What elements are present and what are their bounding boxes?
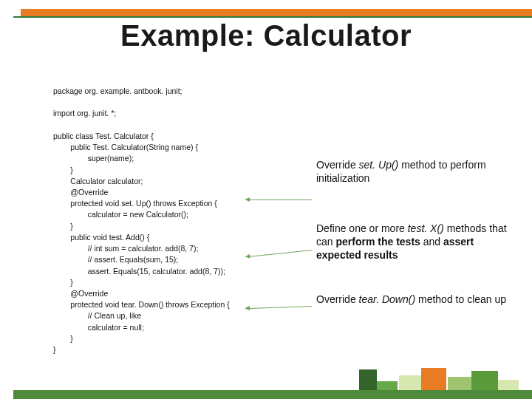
top-accent-band bbox=[21, 9, 532, 16]
annotation-testx: Define one or more test. X() methods tha… bbox=[316, 222, 508, 262]
note-text: test. X() bbox=[408, 222, 444, 234]
note-text: Override bbox=[316, 159, 359, 171]
decor-block bbox=[377, 381, 398, 390]
decor-block bbox=[498, 380, 519, 390]
bottom-decoration bbox=[0, 359, 532, 399]
note-text: set. Up() bbox=[359, 159, 399, 171]
decor-block bbox=[448, 377, 471, 390]
slide-title: Example: Calculator bbox=[0, 19, 532, 52]
decor-block bbox=[471, 371, 498, 390]
decor-bar bbox=[13, 390, 532, 399]
annotation-setup: Override set. Up() method to perform ini… bbox=[316, 158, 508, 185]
decor-block bbox=[399, 375, 421, 390]
note-text: Define one or more bbox=[316, 222, 408, 234]
note-text: method to clean up bbox=[415, 293, 506, 305]
annotation-teardown: Override tear. Down() method to clean up bbox=[316, 293, 508, 306]
note-text: tear. Down() bbox=[359, 293, 416, 305]
note-text: and bbox=[420, 236, 443, 248]
note-text: Override bbox=[316, 293, 359, 305]
arrow-icon bbox=[250, 200, 312, 200]
note-text: perform the tests bbox=[335, 236, 420, 248]
code-block: package org. example. antbook. junit; im… bbox=[53, 86, 304, 355]
decor-block bbox=[359, 369, 377, 390]
decor-block bbox=[421, 368, 446, 390]
